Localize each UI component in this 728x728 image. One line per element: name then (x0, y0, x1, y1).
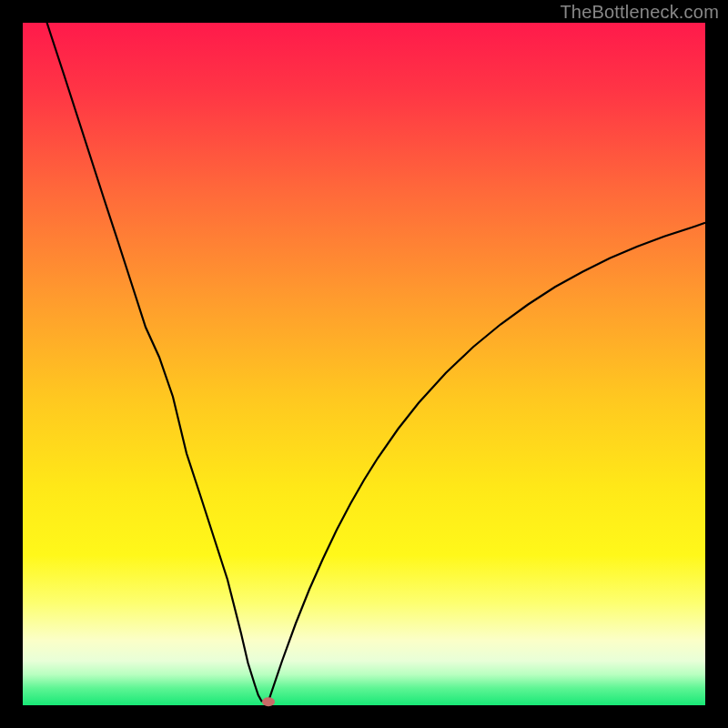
current-point-marker (262, 697, 275, 706)
chart-container: { "watermark": "TheBottleneck.com", "lay… (0, 0, 728, 728)
bottleneck-chart (0, 0, 728, 728)
plot-background (23, 23, 705, 705)
watermark-text: TheBottleneck.com (560, 2, 719, 23)
